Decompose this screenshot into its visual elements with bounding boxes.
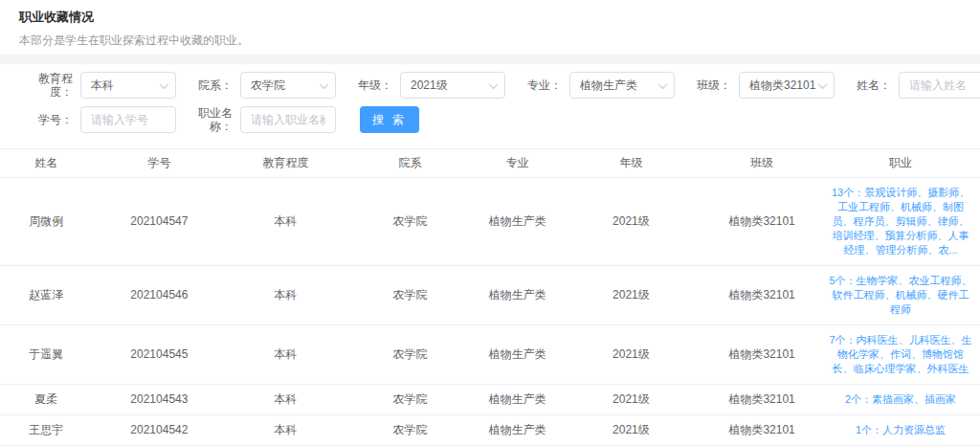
cell-department: 农学院 <box>345 385 475 415</box>
cell-name: 赵蓝泽 <box>0 266 92 325</box>
grade-select[interactable]: 2021级 <box>400 72 505 99</box>
careers-link[interactable]: 1个：人力资源总监 <box>821 415 980 446</box>
class-select-value: 植物类32101 <box>749 78 815 94</box>
name-input[interactable] <box>899 72 980 99</box>
careers-link[interactable]: 7个：内科医生、儿科医生、生物化学家、作词、博物馆馆长、临床心理学家、外科医生 <box>821 325 980 385</box>
cell-department: 农学院 <box>345 325 475 385</box>
cell-class: 植物类32101 <box>702 178 821 266</box>
page-header: 职业收藏情况 本部分是学生在职业探索过程中收藏的职业。 <box>0 0 980 48</box>
class-filter: 班级： 植物类32101 <box>687 72 835 99</box>
cell-grade: 2021级 <box>560 325 703 385</box>
chevron-down-icon <box>320 79 329 89</box>
header-education: 教育程度 <box>227 149 345 178</box>
job-name-label: 职业名称： <box>189 106 233 133</box>
name-filter: 姓名： <box>847 72 980 99</box>
cell-class: 植物类32101 <box>702 415 821 446</box>
cell-education: 本科 <box>227 178 345 266</box>
job-name-filter: 职业名称： <box>189 106 336 133</box>
chevron-down-icon <box>489 79 499 89</box>
department-select[interactable]: 农学院 <box>240 72 336 99</box>
cell-name: 夏柔 <box>0 385 92 415</box>
chevron-down-icon <box>658 79 668 89</box>
cell-education: 本科 <box>227 385 345 415</box>
table-row: 王思宇 202104542 本科 农学院 植物生产类 2021级 植物类3210… <box>0 415 980 446</box>
student-id-label: 学号： <box>29 113 73 126</box>
cell-grade: 2021级 <box>560 415 703 446</box>
name-label: 姓名： <box>847 78 891 92</box>
department-label: 院系： <box>189 78 233 92</box>
table-row: 于遥翼 202104545 本科 农学院 植物生产类 2021级 植物类3210… <box>0 325 980 385</box>
career-collection-table: 姓名 学号 教育程度 院系 专业 年级 班级 职业 周微例 202104547 … <box>0 148 980 446</box>
cell-major: 植物生产类 <box>476 266 560 325</box>
cell-major: 植物生产类 <box>476 325 560 385</box>
class-select[interactable]: 植物类32101 <box>739 72 835 99</box>
cell-class: 植物类32101 <box>702 325 821 385</box>
cell-class: 植物类32101 <box>702 385 821 415</box>
filter-row-2: 学号： 职业名称： 搜 索 <box>29 106 980 133</box>
header-grade: 年级 <box>560 149 703 178</box>
cell-department: 农学院 <box>345 178 475 266</box>
table-row: 周微例 202104547 本科 农学院 植物生产类 2021级 植物类3210… <box>0 178 980 266</box>
cell-student-id: 202104547 <box>92 178 226 266</box>
page-subtitle: 本部分是学生在职业探索过程中收藏的职业。 <box>19 33 980 48</box>
table-row: 赵蓝泽 202104546 本科 农学院 植物生产类 2021级 植物类3210… <box>0 266 980 325</box>
cell-major: 植物生产类 <box>476 415 560 446</box>
careers-link[interactable]: 13个：景观设计师、摄影师、工业工程师、机械师、制图员、程序员、剪辑师、律师、培… <box>821 178 980 266</box>
filter-row-1: 教育程度： 本科 院系： 农学院 年级： 2021级 专业： 植物生产类 <box>29 72 980 99</box>
major-filter: 专业： 植物生产类 <box>518 72 675 99</box>
cell-student-id: 202104546 <box>92 266 226 325</box>
header-careers: 职业 <box>821 149 980 178</box>
search-button[interactable]: 搜 索 <box>360 106 419 133</box>
chevron-down-icon <box>818 79 828 89</box>
cell-student-id: 202104545 <box>92 325 226 385</box>
department-select-value: 农学院 <box>251 78 285 94</box>
cell-class: 植物类32101 <box>702 266 821 325</box>
header-major: 专业 <box>476 149 560 178</box>
major-select[interactable]: 植物生产类 <box>569 72 675 99</box>
cell-major: 植物生产类 <box>476 385 560 415</box>
major-label: 专业： <box>518 78 562 92</box>
header-department: 院系 <box>345 149 475 178</box>
cell-education: 本科 <box>227 266 345 325</box>
class-label: 班级： <box>687 78 731 92</box>
header-student-id: 学号 <box>92 149 226 178</box>
cell-grade: 2021级 <box>560 178 703 266</box>
cell-name: 于遥翼 <box>0 325 92 385</box>
header-class: 班级 <box>702 149 821 178</box>
section-divider <box>0 55 980 64</box>
cell-education: 本科 <box>227 325 345 385</box>
education-label: 教育程度： <box>29 72 73 99</box>
cell-student-id: 202104543 <box>92 385 226 415</box>
header-name: 姓名 <box>0 149 92 178</box>
careers-link[interactable]: 2个：素描画家、插画家 <box>821 385 980 415</box>
education-select[interactable]: 本科 <box>80 72 176 99</box>
cell-department: 农学院 <box>345 415 475 446</box>
cell-major: 植物生产类 <box>476 178 560 266</box>
job-name-input[interactable] <box>240 106 336 133</box>
department-filter: 院系： 农学院 <box>189 72 336 99</box>
filter-form: 教育程度： 本科 院系： 农学院 年级： 2021级 专业： 植物生产类 <box>0 64 980 146</box>
cell-name: 王思宇 <box>0 415 92 446</box>
education-select-value: 本科 <box>91 78 114 94</box>
cell-grade: 2021级 <box>560 385 703 415</box>
education-filter: 教育程度： 本科 <box>29 72 176 99</box>
table-row: 夏柔 202104543 本科 农学院 植物生产类 2021级 植物类32101… <box>0 385 980 415</box>
cell-grade: 2021级 <box>560 266 703 325</box>
grade-filter: 年级： 2021级 <box>348 72 505 99</box>
chevron-down-icon <box>160 79 169 89</box>
table-header-row: 姓名 学号 教育程度 院系 专业 年级 班级 职业 <box>0 149 980 178</box>
grade-select-value: 2021级 <box>411 78 448 94</box>
page-title: 职业收藏情况 <box>19 8 980 27</box>
student-id-input[interactable] <box>80 106 176 133</box>
grade-label: 年级： <box>348 78 392 92</box>
cell-name: 周微例 <box>0 178 92 266</box>
cell-student-id: 202104542 <box>92 415 226 446</box>
cell-department: 农学院 <box>345 266 475 325</box>
student-id-filter: 学号： <box>29 106 176 133</box>
cell-education: 本科 <box>227 415 345 446</box>
careers-link[interactable]: 5个：生物学家、农业工程师、软件工程师、机械师、硬件工程师 <box>821 266 980 325</box>
major-select-value: 植物生产类 <box>580 78 637 94</box>
